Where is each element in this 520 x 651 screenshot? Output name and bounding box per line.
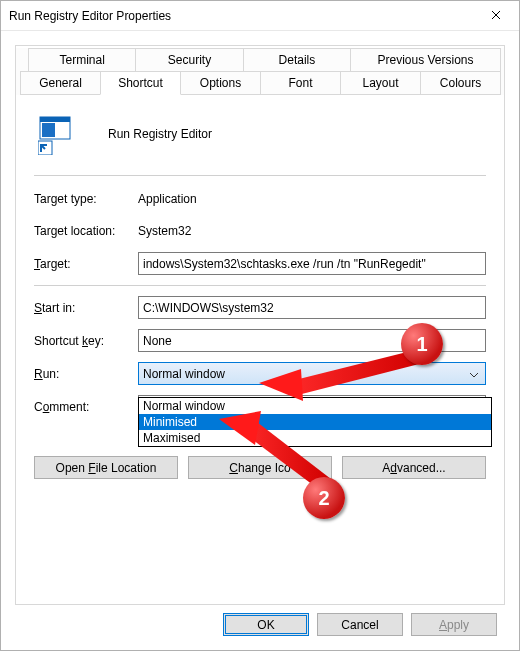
tab-body-shortcut: Run Registry Editor Target type: Applica…: [16, 95, 504, 600]
shortcut-header: Run Registry Editor: [34, 107, 486, 169]
row-target: Target:: [34, 252, 486, 275]
tab-label: Shortcut: [118, 76, 163, 90]
apply-button[interactable]: Apply: [411, 613, 497, 636]
titlebar: Run Registry Editor Properties: [1, 1, 519, 31]
row-target-type: Target type: Application: [34, 188, 486, 210]
tab-label: Previous Versions: [378, 53, 474, 67]
tab-colours[interactable]: Colours: [420, 71, 501, 95]
tab-row-bottom: General Shortcut Options Font Layout Col…: [16, 71, 504, 95]
close-icon: [491, 9, 501, 23]
tab-details[interactable]: Details: [243, 48, 351, 71]
properties-sheet: Terminal Security Details Previous Versi…: [15, 45, 505, 605]
tab-row-top: Terminal Security Details Previous Versi…: [16, 48, 504, 71]
close-button[interactable]: [473, 1, 519, 31]
tab-shortcut[interactable]: Shortcut: [100, 71, 181, 95]
label-start-in: Start in:: [34, 301, 138, 315]
option-label: Minimised: [143, 415, 197, 429]
advanced-button[interactable]: Advanced...: [342, 456, 486, 479]
tab-label: Layout: [362, 76, 398, 90]
button-label: Cancel: [341, 618, 378, 632]
chevron-down-icon: [469, 367, 479, 381]
tab-label: Font: [288, 76, 312, 90]
label-shortcut-key: Shortcut key:: [34, 334, 138, 348]
tab-label: Options: [200, 76, 241, 90]
tab-font[interactable]: Font: [260, 71, 341, 95]
shortcut-key-input[interactable]: [138, 329, 486, 352]
shortcut-button-row: Open File Location Change Ico Advanced..…: [34, 456, 486, 479]
change-icon-button[interactable]: Change Ico: [188, 456, 332, 479]
svg-rect-2: [42, 123, 55, 137]
cancel-button[interactable]: Cancel: [317, 613, 403, 636]
target-input[interactable]: [138, 252, 486, 275]
tab-previous-versions[interactable]: Previous Versions: [350, 48, 501, 71]
svg-rect-1: [40, 117, 70, 122]
tab-label: Security: [168, 53, 211, 67]
run-selected-text: Normal window: [143, 367, 225, 381]
option-label: Normal window: [143, 399, 225, 413]
tab-security[interactable]: Security: [135, 48, 243, 71]
ok-button[interactable]: OK: [223, 613, 309, 636]
value-target-location: System32: [138, 224, 486, 238]
row-target-location: Target location: System32: [34, 220, 486, 242]
dialog-button-row: OK Cancel Apply: [223, 613, 497, 636]
window-title: Run Registry Editor Properties: [9, 9, 171, 23]
tab-label: Details: [279, 53, 316, 67]
run-dropdown-list: Normal window Minimised Maximised: [138, 397, 492, 447]
row-start-in: Start in:: [34, 296, 486, 319]
run-option-normal[interactable]: Normal window: [139, 398, 491, 414]
run-option-maximised[interactable]: Maximised: [139, 430, 491, 446]
tab-terminal[interactable]: Terminal: [28, 48, 136, 71]
shortcut-name: Run Registry Editor: [108, 127, 212, 141]
value-target-type: Application: [138, 192, 486, 206]
row-shortcut-key: Shortcut key:: [34, 329, 486, 352]
tab-label: General: [39, 76, 82, 90]
tab-label: Terminal: [60, 53, 105, 67]
tab-label: Colours: [440, 76, 481, 90]
row-run: Run: Normal window: [34, 362, 486, 385]
tab-options[interactable]: Options: [180, 71, 261, 95]
divider: [34, 175, 486, 176]
divider: [34, 285, 486, 286]
run-option-minimised[interactable]: Minimised: [139, 414, 491, 430]
label-target-location: Target location:: [34, 224, 138, 238]
button-label: OK: [257, 618, 274, 632]
run-combobox[interactable]: Normal window: [138, 362, 486, 385]
button-label: Apply: [439, 618, 469, 632]
label-target-type: Target type:: [34, 192, 138, 206]
tab-general[interactable]: General: [20, 71, 101, 95]
open-file-location-button[interactable]: Open File Location: [34, 456, 178, 479]
label-run: Run:: [34, 367, 138, 381]
shortcut-icon: [38, 113, 80, 155]
label-target: Target:: [34, 257, 138, 271]
label-comment: Comment:: [34, 400, 138, 414]
option-label: Maximised: [143, 431, 200, 445]
tab-layout[interactable]: Layout: [340, 71, 421, 95]
start-in-input[interactable]: [138, 296, 486, 319]
